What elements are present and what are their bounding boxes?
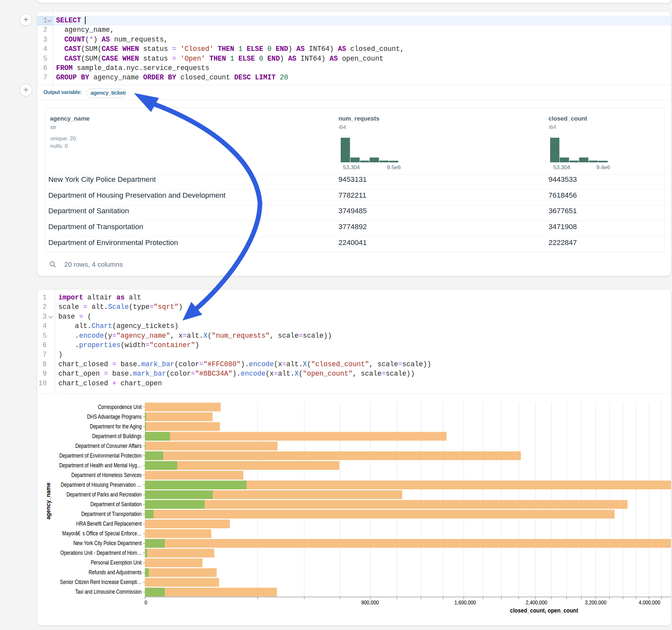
svg-text:Taxi and Limousine Commission: Taxi and Limousine Commission [75,588,142,595]
svg-text:Mayorâ€ s Office of Special E: Mayorâ€ s Office of Special Enforce… [62,530,142,537]
svg-text:800,000: 800,000 [361,600,379,605]
svg-text:Department of Health and Menta: Department of Health and Mental Hyg… [59,462,142,468]
svg-text:4,000,000: 4,000,000 [639,600,660,605]
svg-text:Department of Sanitation: Department of Sanitation [91,501,142,508]
svg-text:agency_name: agency_name [45,483,51,519]
svg-text:Correspondence Unit: Correspondence Unit [98,404,142,410]
svg-text:Department of Buildings: Department of Buildings [92,433,142,439]
svg-text:New York City Police Departmen: New York City Police Department [73,540,142,547]
svg-text:Department of Consumer Affairs: Department of Consumer Affairs [75,443,142,449]
svg-text:Refunds and Adjustments: Refunds and Adjustments [89,569,142,576]
svg-text:Department of Homeless Service: Department of Homeless Services [71,472,142,478]
svg-text:HRA Benefit Card Replacement: HRA Benefit Card Replacement [76,520,142,527]
svg-text:closed_count, open_count: closed_count, open_count [510,607,578,614]
svg-text:Department of Housing Preserva: Department of Housing Preservation … [61,482,142,488]
svg-text:Department of Environmental Pr: Department of Environmental Protection [59,453,142,459]
svg-text:DHS Advantage Programs: DHS Advantage Programs [87,413,142,420]
svg-text:Department of Parks and Recrea: Department of Parks and Recreation [67,491,142,498]
svg-text:Personal Exemption Unit: Personal Exemption Unit [91,559,142,566]
svg-text:1,600,000: 1,600,000 [455,600,476,605]
svg-text:2,400,000: 2,400,000 [526,600,548,605]
svg-text:Department for the Aging: Department for the Aging [90,423,142,430]
svg-text:Department of Transportation: Department of Transportation [81,511,142,517]
svg-text:3,200,000: 3,200,000 [585,600,606,605]
svg-text:Senior Citizen Rent Increase E: Senior Citizen Rent Increase Exempti… [60,579,142,585]
svg-text:Operations Unit - Department o: Operations Unit - Department of Hom… [60,550,142,556]
svg-text:0: 0 [145,600,147,605]
